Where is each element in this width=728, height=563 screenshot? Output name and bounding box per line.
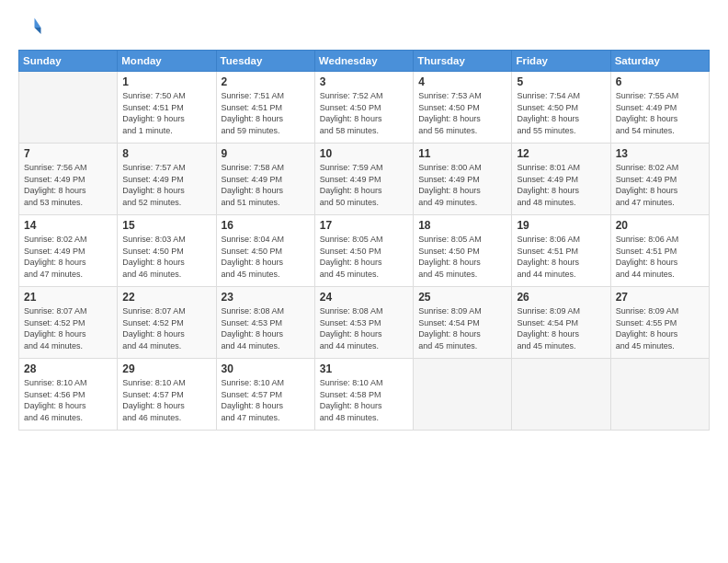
day-info: Sunrise: 8:09 AM Sunset: 4:54 PM Dayligh… <box>418 305 506 351</box>
day-number: 25 <box>418 291 506 304</box>
day-number: 4 <box>418 75 506 88</box>
calendar-cell: 24Sunrise: 8:08 AM Sunset: 4:53 PM Dayli… <box>314 287 413 359</box>
day-number: 13 <box>616 147 704 160</box>
day-info: Sunrise: 8:04 AM Sunset: 4:50 PM Dayligh… <box>222 234 310 280</box>
calendar-cell: 28Sunrise: 8:10 AM Sunset: 4:56 PM Dayli… <box>19 359 118 431</box>
day-info: Sunrise: 8:09 AM Sunset: 4:55 PM Dayligh… <box>616 305 704 351</box>
day-number: 11 <box>418 147 506 160</box>
day-info: Sunrise: 8:05 AM Sunset: 4:50 PM Dayligh… <box>418 234 506 280</box>
day-number: 21 <box>24 291 112 304</box>
svg-marker-1 <box>35 28 41 34</box>
calendar-cell: 27Sunrise: 8:09 AM Sunset: 4:55 PM Dayli… <box>610 287 709 359</box>
week-row-3: 14Sunrise: 8:02 AM Sunset: 4:49 PM Dayli… <box>19 215 710 287</box>
calendar-cell: 14Sunrise: 8:02 AM Sunset: 4:49 PM Dayli… <box>19 215 118 287</box>
day-number: 10 <box>320 147 408 160</box>
weekday-header-saturday: Saturday <box>610 51 709 72</box>
week-row-1: 1Sunrise: 7:50 AM Sunset: 4:51 PM Daylig… <box>19 72 710 144</box>
calendar-cell <box>610 359 709 431</box>
day-info: Sunrise: 8:07 AM Sunset: 4:52 PM Dayligh… <box>122 305 210 351</box>
day-number: 20 <box>616 219 704 232</box>
calendar-cell: 22Sunrise: 8:07 AM Sunset: 4:52 PM Dayli… <box>118 287 216 359</box>
day-number: 24 <box>320 291 408 304</box>
calendar-cell: 13Sunrise: 8:02 AM Sunset: 4:49 PM Dayli… <box>610 144 709 215</box>
day-number: 18 <box>418 219 506 232</box>
day-info: Sunrise: 8:10 AM Sunset: 4:57 PM Dayligh… <box>122 377 210 423</box>
calendar-cell: 12Sunrise: 8:01 AM Sunset: 4:49 PM Dayli… <box>512 144 610 215</box>
day-info: Sunrise: 8:08 AM Sunset: 4:53 PM Dayligh… <box>320 305 408 351</box>
calendar-cell: 7Sunrise: 7:56 AM Sunset: 4:49 PM Daylig… <box>19 144 118 215</box>
day-number: 27 <box>616 291 704 304</box>
day-number: 1 <box>122 75 210 88</box>
day-number: 2 <box>222 75 310 88</box>
calendar-cell: 31Sunrise: 8:10 AM Sunset: 4:58 PM Dayli… <box>314 359 413 431</box>
day-number: 14 <box>24 219 112 232</box>
day-number: 8 <box>122 147 210 160</box>
calendar-cell: 2Sunrise: 7:51 AM Sunset: 4:51 PM Daylig… <box>216 72 314 144</box>
day-info: Sunrise: 7:59 AM Sunset: 4:49 PM Dayligh… <box>320 162 408 208</box>
calendar-cell: 3Sunrise: 7:52 AM Sunset: 4:50 PM Daylig… <box>314 72 413 144</box>
day-info: Sunrise: 8:09 AM Sunset: 4:54 PM Dayligh… <box>517 305 605 351</box>
weekday-header-monday: Monday <box>118 51 216 72</box>
day-info: Sunrise: 8:06 AM Sunset: 4:51 PM Dayligh… <box>616 234 704 280</box>
day-info: Sunrise: 8:03 AM Sunset: 4:50 PM Dayligh… <box>122 234 210 280</box>
day-info: Sunrise: 8:05 AM Sunset: 4:50 PM Dayligh… <box>320 234 408 280</box>
calendar-table: SundayMondayTuesdayWednesdayThursdayFrid… <box>18 50 710 431</box>
day-info: Sunrise: 7:57 AM Sunset: 4:49 PM Dayligh… <box>122 162 210 208</box>
calendar-cell: 18Sunrise: 8:05 AM Sunset: 4:50 PM Dayli… <box>414 215 512 287</box>
calendar-cell: 5Sunrise: 7:54 AM Sunset: 4:50 PM Daylig… <box>512 72 610 144</box>
day-info: Sunrise: 8:00 AM Sunset: 4:49 PM Dayligh… <box>418 162 506 208</box>
calendar-cell: 20Sunrise: 8:06 AM Sunset: 4:51 PM Dayli… <box>610 215 709 287</box>
weekday-header-thursday: Thursday <box>414 51 512 72</box>
day-number: 7 <box>24 147 112 160</box>
logo <box>18 15 48 40</box>
day-info: Sunrise: 7:50 AM Sunset: 4:51 PM Dayligh… <box>122 90 210 136</box>
day-number: 12 <box>517 147 605 160</box>
calendar-cell: 6Sunrise: 7:55 AM Sunset: 4:49 PM Daylig… <box>610 72 709 144</box>
day-number: 19 <box>517 219 605 232</box>
calendar-cell: 4Sunrise: 7:53 AM Sunset: 4:50 PM Daylig… <box>414 72 512 144</box>
day-number: 26 <box>517 291 605 304</box>
day-number: 28 <box>24 362 112 375</box>
calendar-cell: 23Sunrise: 8:08 AM Sunset: 4:53 PM Dayli… <box>216 287 314 359</box>
day-number: 5 <box>517 75 605 88</box>
calendar-cell: 17Sunrise: 8:05 AM Sunset: 4:50 PM Dayli… <box>314 215 413 287</box>
day-number: 16 <box>222 219 310 232</box>
day-info: Sunrise: 8:10 AM Sunset: 4:56 PM Dayligh… <box>24 377 112 423</box>
day-info: Sunrise: 7:52 AM Sunset: 4:50 PM Dayligh… <box>320 90 408 136</box>
day-info: Sunrise: 8:10 AM Sunset: 4:57 PM Dayligh… <box>222 377 310 423</box>
header <box>18 15 710 40</box>
day-info: Sunrise: 7:51 AM Sunset: 4:51 PM Dayligh… <box>222 90 310 136</box>
day-number: 30 <box>222 362 310 375</box>
calendar-cell: 30Sunrise: 8:10 AM Sunset: 4:57 PM Dayli… <box>216 359 314 431</box>
day-number: 6 <box>616 75 704 88</box>
calendar-cell: 19Sunrise: 8:06 AM Sunset: 4:51 PM Dayli… <box>512 215 610 287</box>
calendar-cell: 29Sunrise: 8:10 AM Sunset: 4:57 PM Dayli… <box>118 359 216 431</box>
calendar-cell: 8Sunrise: 7:57 AM Sunset: 4:49 PM Daylig… <box>118 144 216 215</box>
week-row-4: 21Sunrise: 8:07 AM Sunset: 4:52 PM Dayli… <box>19 287 710 359</box>
day-info: Sunrise: 8:02 AM Sunset: 4:49 PM Dayligh… <box>24 234 112 280</box>
day-info: Sunrise: 8:10 AM Sunset: 4:58 PM Dayligh… <box>320 377 408 423</box>
day-info: Sunrise: 8:08 AM Sunset: 4:53 PM Dayligh… <box>222 305 310 351</box>
day-info: Sunrise: 8:02 AM Sunset: 4:49 PM Dayligh… <box>616 162 704 208</box>
day-number: 15 <box>122 219 210 232</box>
day-number: 17 <box>320 219 408 232</box>
day-info: Sunrise: 8:07 AM Sunset: 4:52 PM Dayligh… <box>24 305 112 351</box>
calendar-cell: 11Sunrise: 8:00 AM Sunset: 4:49 PM Dayli… <box>414 144 512 215</box>
page: SundayMondayTuesdayWednesdayThursdayFrid… <box>0 0 728 563</box>
day-number: 3 <box>320 75 408 88</box>
calendar-cell: 26Sunrise: 8:09 AM Sunset: 4:54 PM Dayli… <box>512 287 610 359</box>
calendar-cell <box>512 359 610 431</box>
day-number: 22 <box>122 291 210 304</box>
weekday-header-sunday: Sunday <box>19 51 118 72</box>
day-info: Sunrise: 7:55 AM Sunset: 4:49 PM Dayligh… <box>616 90 704 136</box>
weekday-header-row: SundayMondayTuesdayWednesdayThursdayFrid… <box>19 51 710 72</box>
calendar-cell: 15Sunrise: 8:03 AM Sunset: 4:50 PM Dayli… <box>118 215 216 287</box>
weekday-header-wednesday: Wednesday <box>314 51 413 72</box>
day-number: 29 <box>122 362 210 375</box>
logo-icon <box>18 15 44 40</box>
weekday-header-tuesday: Tuesday <box>216 51 314 72</box>
calendar-cell: 21Sunrise: 8:07 AM Sunset: 4:52 PM Dayli… <box>19 287 118 359</box>
week-row-5: 28Sunrise: 8:10 AM Sunset: 4:56 PM Dayli… <box>19 359 710 431</box>
calendar-cell: 10Sunrise: 7:59 AM Sunset: 4:49 PM Dayli… <box>314 144 413 215</box>
day-number: 9 <box>222 147 310 160</box>
